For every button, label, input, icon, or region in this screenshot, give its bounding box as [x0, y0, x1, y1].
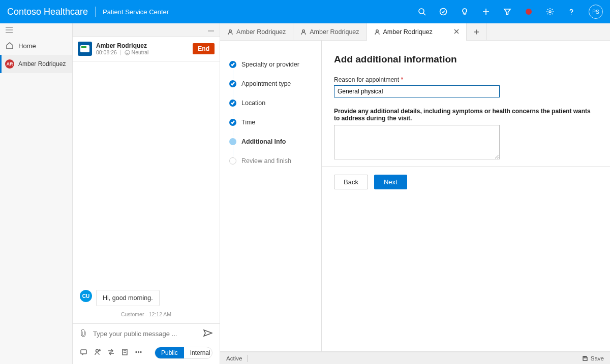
reason-label: Reason for appointment * [334, 76, 598, 83]
tabstrip: Amber Rodriquez Amber Rodriquez Amber Ro… [220, 23, 610, 41]
visibility-toggle[interactable]: Public Internal [155, 347, 212, 359]
consult-icon[interactable] [94, 348, 101, 357]
step-specialty[interactable]: Specialty or provider [229, 55, 312, 74]
close-tab-icon[interactable] [454, 28, 459, 36]
nav-home[interactable]: Home [0, 37, 72, 55]
message-input[interactable] [92, 329, 198, 338]
svg-point-26 [302, 29, 304, 31]
svg-point-15 [128, 52, 128, 52]
customer-avatar: CU [80, 290, 92, 302]
conversation-header: Amber Rodriquez 00:08:26 | Neutral End [73, 37, 220, 61]
search-icon[interactable] [415, 5, 429, 19]
status-state: Active [226, 355, 242, 361]
notes-icon[interactable] [121, 348, 129, 357]
svg-rect-16 [81, 350, 86, 354]
filter-icon[interactable] [500, 5, 514, 19]
details-label: Provide any additional details, includin… [334, 108, 598, 122]
back-button[interactable]: Back [334, 175, 368, 189]
home-icon [5, 41, 14, 50]
wizard-stepper: Specialty or provider Appointment type L… [220, 41, 322, 351]
visibility-public[interactable]: Public [155, 347, 184, 358]
step-appointment-type[interactable]: Appointment type [229, 74, 312, 93]
svg-point-22 [136, 352, 137, 353]
next-button[interactable]: Next [374, 175, 407, 189]
svg-point-14 [126, 52, 127, 52]
tab-3-active[interactable]: Amber Rodriquez [367, 23, 467, 40]
save-button[interactable]: Save [582, 355, 604, 361]
sentiment-indicator: Neutral [125, 49, 149, 56]
nav-session-label: Amber Rodriquez [18, 60, 66, 68]
message-bubble: Hi, good morning. [96, 290, 160, 306]
end-conversation-button[interactable]: End [193, 43, 215, 54]
nav-session[interactable]: AR Amber Rodriquez [0, 55, 72, 73]
step-review: Review and finish [229, 151, 312, 171]
svg-rect-32 [584, 356, 586, 358]
app-subtitle: Patient Service Center [103, 8, 169, 16]
form-title: Add additional information [334, 54, 598, 65]
nav-hamburger-icon[interactable] [0, 23, 72, 37]
visibility-internal[interactable]: Internal [184, 347, 212, 358]
quick-reply-icon[interactable] [80, 348, 87, 357]
settings-icon[interactable] [543, 5, 557, 19]
tab-2[interactable]: Amber Rodriquez [293, 23, 367, 40]
svg-point-17 [96, 350, 99, 352]
session-badge-icon: AR [5, 59, 14, 69]
send-icon[interactable] [203, 329, 212, 338]
svg-point-23 [138, 352, 139, 353]
left-nav: Home AR Amber Rodriquez [0, 23, 73, 364]
app-topbar: Contoso Healthcare Patient Service Cente… [0, 0, 610, 23]
tab-1-label: Amber Rodriquez [236, 28, 286, 36]
conversation-panel: Amber Rodriquez 00:08:26 | Neutral End C… [73, 23, 220, 364]
recording-indicator [522, 5, 536, 19]
tab-2-label: Amber Rodriquez [310, 28, 359, 36]
svg-point-27 [376, 29, 378, 31]
wizard-form: Add additional information Reason for ap… [322, 41, 610, 351]
svg-point-24 [140, 352, 141, 353]
tab-1[interactable]: Amber Rodriquez [220, 23, 293, 40]
svg-point-12 [125, 50, 130, 55]
message-row: CU Hi, good morning. [80, 290, 212, 306]
brand-name: Contoso Healthcare [7, 7, 88, 17]
nav-home-label: Home [18, 42, 36, 50]
task-check-icon[interactable] [436, 5, 450, 19]
svg-point-25 [229, 29, 231, 31]
message-meta: Customer - 12:12 AM [80, 309, 212, 318]
svg-point-6 [549, 11, 551, 13]
add-icon[interactable] [479, 5, 493, 19]
conversation-toolbar [73, 23, 220, 37]
attachment-icon[interactable] [80, 329, 87, 339]
customer-name: Amber Rodriquez [96, 42, 189, 49]
svg-point-7 [571, 14, 571, 14]
svg-point-18 [99, 350, 100, 351]
session-timer: 00:08:26 [96, 49, 117, 56]
compose-area: Public Internal [73, 323, 220, 364]
transfer-icon[interactable] [107, 348, 115, 357]
minimize-icon[interactable] [207, 26, 215, 34]
reason-input[interactable] [334, 85, 500, 97]
conversation-messages: CU Hi, good morning. Customer - 12:12 AM [73, 61, 220, 323]
more-icon[interactable] [135, 348, 142, 357]
details-textarea[interactable] [334, 125, 500, 159]
brand-divider [95, 7, 96, 17]
svg-point-0 [419, 9, 424, 14]
channel-icon [78, 42, 92, 56]
save-icon [582, 355, 588, 361]
step-location[interactable]: Location [229, 93, 312, 113]
lightbulb-icon[interactable] [458, 5, 472, 19]
step-time[interactable]: Time [229, 113, 312, 132]
new-tab-button[interactable] [467, 23, 487, 40]
svg-line-1 [423, 13, 425, 15]
tab-3-label: Amber Rodriquez [383, 28, 433, 36]
status-bar: Active Save [220, 352, 610, 364]
step-additional-info[interactable]: Additional Info [229, 132, 312, 151]
user-avatar[interactable]: PS [589, 5, 603, 19]
help-icon[interactable] [564, 5, 578, 19]
work-area: Amber Rodriquez Amber Rodriquez Amber Ro… [220, 23, 610, 364]
